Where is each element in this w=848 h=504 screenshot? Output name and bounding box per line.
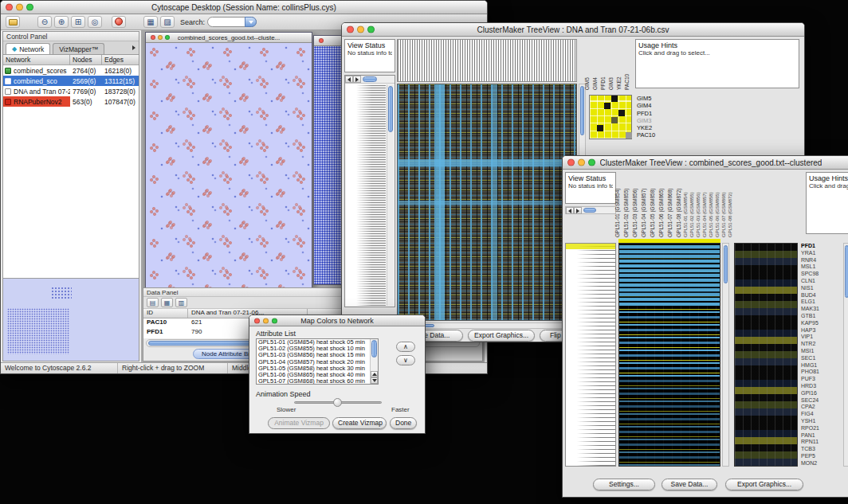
scrollbar-thumb[interactable] bbox=[363, 76, 377, 82]
zoom-button[interactable] bbox=[588, 159, 595, 166]
gene-label[interactable]: HMG1 bbox=[801, 362, 841, 369]
dialog-titlebar[interactable]: Map Colors to Network bbox=[249, 315, 425, 326]
open-session-button[interactable] bbox=[6, 16, 20, 28]
gene-label[interactable]: NIS1 bbox=[801, 285, 841, 292]
gene-label[interactable]: NTR2 bbox=[801, 341, 841, 348]
gene-label[interactable]: YSH1 bbox=[801, 418, 841, 425]
gene-label[interactable]: PFD1 bbox=[801, 243, 841, 250]
gene-label[interactable]: PHO81 bbox=[801, 369, 841, 376]
zoom-button[interactable] bbox=[26, 4, 33, 11]
search-dropdown-button[interactable] bbox=[245, 17, 257, 27]
grid-layout-button[interactable]: ▦ bbox=[143, 16, 158, 28]
vizmapper-button[interactable]: ▨ bbox=[160, 16, 175, 28]
global-view-pane[interactable] bbox=[344, 75, 395, 307]
save-data-button[interactable]: Save Data... bbox=[662, 479, 717, 490]
global-hscrollbar[interactable] bbox=[345, 76, 395, 84]
scrollbar-thumb[interactable] bbox=[583, 208, 596, 213]
gene-label[interactable]: YKE2 bbox=[637, 124, 669, 131]
zoom-selected-button[interactable]: ◎ bbox=[88, 16, 102, 28]
gene-label[interactable]: SEC1 bbox=[801, 355, 841, 362]
network-row-combined-sco-selected[interactable]: combined_sco 2569(6) 13112(15) bbox=[3, 76, 139, 86]
gene-label[interactable]: MSL1 bbox=[801, 264, 841, 271]
scrollbar-track[interactable] bbox=[582, 207, 615, 213]
scroll-up-button[interactable] bbox=[371, 371, 378, 377]
data-panel-tool-button[interactable]: ▦ bbox=[161, 298, 173, 307]
destroy-network-button[interactable] bbox=[112, 16, 126, 28]
scroll-right-button[interactable] bbox=[574, 207, 582, 214]
export-graphics-button[interactable]: Export Graphics... bbox=[468, 330, 535, 342]
data-panel-tool-button[interactable]: ▥ bbox=[175, 298, 187, 307]
gene-label[interactable]: RPN11 bbox=[801, 439, 841, 446]
zoom-heatmap[interactable] bbox=[589, 95, 632, 139]
gene-label[interactable]: PAN1 bbox=[801, 432, 841, 440]
heatmap-main-view[interactable] bbox=[397, 84, 577, 321]
close-button[interactable] bbox=[319, 38, 324, 43]
scroll-right-button[interactable] bbox=[353, 76, 361, 83]
settings-button[interactable]: Settings... bbox=[593, 479, 655, 490]
gene-label[interactable]: GIM5 bbox=[637, 95, 669, 102]
gene-label[interactable]: GIM4 bbox=[637, 102, 669, 109]
tab-vizmapper[interactable]: VizMapper™ bbox=[53, 43, 104, 54]
gene-label[interactable]: RPO21 bbox=[801, 425, 841, 432]
column-header-nodes[interactable]: Nodes bbox=[70, 55, 102, 64]
export-graphics-button[interactable]: Export Graphics... bbox=[725, 479, 803, 490]
global-hscrollbar[interactable] bbox=[565, 206, 616, 214]
animate-vizmap-button[interactable]: Animate Vizmap bbox=[268, 417, 330, 429]
move-down-button[interactable]: ∨ bbox=[396, 355, 415, 365]
scroll-down-button[interactable] bbox=[371, 377, 378, 384]
tab-network[interactable]: ◆ Network bbox=[6, 43, 50, 54]
gene-label[interactable]: MON2 bbox=[801, 460, 841, 467]
heatmap-main-view[interactable] bbox=[618, 243, 720, 467]
zoom-button[interactable] bbox=[165, 35, 170, 40]
tab-overflow-button[interactable] bbox=[132, 44, 135, 52]
gene-label[interactable]: HAP3 bbox=[801, 327, 841, 334]
scroll-left-button[interactable] bbox=[345, 76, 353, 83]
gene-label[interactable]: BUD4 bbox=[801, 292, 841, 299]
scroll-left-button[interactable] bbox=[566, 207, 574, 214]
global-vscrollbar[interactable] bbox=[387, 84, 394, 306]
close-button[interactable] bbox=[567, 159, 575, 166]
close-button[interactable] bbox=[151, 35, 155, 40]
minimize-button[interactable] bbox=[357, 26, 364, 33]
gene-label[interactable]: VIP1 bbox=[801, 334, 841, 341]
network-window-titlebar[interactable]: combined_scores_good.txt--cluste... bbox=[146, 33, 312, 43]
scrollbar-thumb[interactable] bbox=[580, 86, 584, 135]
minimize-button[interactable] bbox=[16, 4, 23, 11]
network-row-rnapubernov2[interactable]: RNAPuberNov2 563(0) 107847(0) bbox=[3, 96, 139, 107]
column-header-network[interactable]: Network bbox=[3, 55, 70, 64]
scrollbar-thumb[interactable] bbox=[371, 340, 377, 357]
heatmap-vscrollbar[interactable] bbox=[722, 243, 729, 467]
column-header-edges[interactable]: Edges bbox=[102, 55, 139, 64]
minimize-button[interactable] bbox=[158, 35, 163, 40]
close-button[interactable] bbox=[6, 4, 13, 11]
create-vizmap-button[interactable]: Create Vizmap bbox=[332, 417, 387, 429]
column-dendrogram[interactable] bbox=[397, 39, 577, 82]
gene-label[interactable]: FIG4 bbox=[801, 411, 841, 418]
scrollbar-thumb[interactable] bbox=[388, 86, 393, 132]
scrollbar-track[interactable] bbox=[361, 76, 395, 83]
close-button[interactable] bbox=[347, 26, 354, 33]
animation-speed-slider[interactable] bbox=[294, 401, 382, 404]
gene-label[interactable]: ELG1 bbox=[801, 299, 841, 306]
zoom-vscrollbar[interactable] bbox=[843, 243, 848, 467]
network-row-dna-and-tran[interactable]: DNA and Tran 07-2 7769(0) 183728(0) bbox=[3, 86, 139, 96]
gene-label[interactable]: HRD3 bbox=[801, 383, 841, 390]
gene-label[interactable]: GPI16 bbox=[801, 390, 841, 397]
gene-label[interactable]: TCB3 bbox=[801, 446, 841, 453]
zoom-button[interactable] bbox=[272, 318, 277, 323]
gene-label[interactable]: PEP5 bbox=[801, 453, 841, 460]
zoom-fit-button[interactable]: ⊞ bbox=[71, 16, 85, 28]
zoom-out-button[interactable]: ⊖ bbox=[37, 16, 52, 28]
minimize-button[interactable] bbox=[578, 159, 585, 166]
column-header-id[interactable]: ID bbox=[143, 309, 188, 318]
gene-label[interactable]: GTB1 bbox=[801, 313, 841, 320]
done-button[interactable]: Done bbox=[390, 417, 417, 429]
gene-label[interactable]: MSI1 bbox=[801, 348, 841, 355]
list-vscrollbar[interactable] bbox=[370, 339, 378, 384]
data-panel-tool-button[interactable]: ▤ bbox=[147, 298, 159, 307]
zoom-heatmap[interactable] bbox=[734, 243, 798, 467]
scrollbar-thumb[interactable] bbox=[845, 245, 848, 298]
gene-label[interactable]: GIM3 bbox=[637, 117, 669, 124]
scrollbar-thumb[interactable] bbox=[724, 245, 728, 283]
slider-thumb[interactable] bbox=[333, 398, 342, 407]
